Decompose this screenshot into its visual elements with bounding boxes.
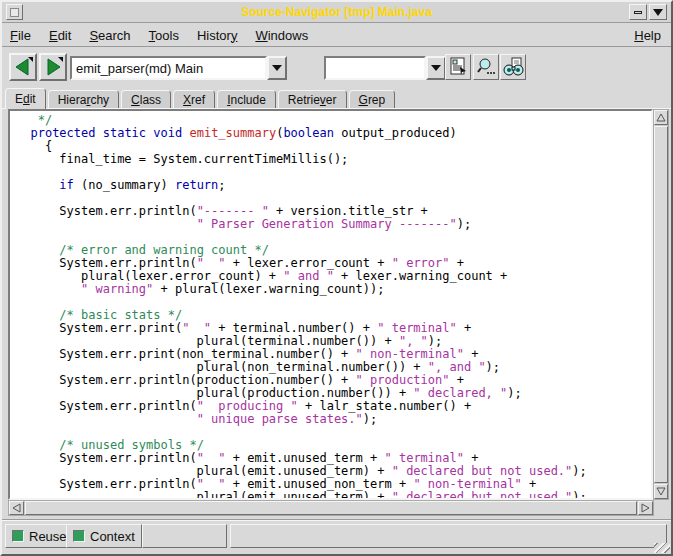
back-arrow-icon	[12, 56, 34, 78]
view-tabs: EditHierarchyClassXrefIncludeRetrieverGr…	[5, 88, 395, 109]
search-combobox-input[interactable]	[324, 56, 426, 80]
binoculars-document-icon	[503, 57, 524, 77]
editor-frame: */ protected static void emit_summary(bo…	[8, 109, 653, 500]
scroll-up-button[interactable]	[654, 110, 668, 125]
triangle-up-icon	[656, 113, 666, 122]
vertical-scrollbar-thumb[interactable]	[654, 126, 668, 483]
symbol-combobox-input[interactable]	[70, 56, 267, 80]
triangle-right-icon	[641, 503, 650, 513]
editor-text[interactable]: */ protected static void emit_summary(bo…	[10, 111, 651, 500]
forward-arrow-icon	[42, 56, 64, 78]
menu-item-file[interactable]: File	[10, 28, 31, 43]
tab-hierarchy[interactable]: Hierarchy	[48, 90, 119, 109]
status-panel-right	[230, 524, 667, 548]
reuse-indicator-icon	[12, 530, 24, 542]
menu-item-windows[interactable]: Windows	[255, 28, 308, 43]
reuse-toggle[interactable]: Reuse	[5, 524, 74, 548]
menu-item-edit[interactable]: Edit	[49, 28, 71, 43]
minimize-button[interactable]	[629, 4, 647, 20]
scroll-left-button[interactable]	[9, 501, 24, 515]
titlebar: Source-Navigator [tmp] Main.java	[2, 2, 671, 23]
horizontal-scrollbar[interactable]	[8, 500, 654, 516]
tab-class[interactable]: Class	[121, 90, 171, 109]
scroll-right-button[interactable]	[638, 501, 653, 515]
minimize-icon	[634, 11, 642, 14]
forward-button[interactable]	[39, 53, 67, 81]
symbol-combobox-arrow[interactable]	[267, 56, 287, 80]
search-combobox-arrow[interactable]	[426, 56, 446, 80]
search-button[interactable]	[473, 54, 499, 80]
chevron-down-icon	[431, 65, 441, 71]
status-panel-left	[142, 524, 227, 548]
tab-retriever[interactable]: Retriever	[278, 90, 347, 109]
tab-include[interactable]: Include	[217, 90, 276, 109]
resize-grip-icon[interactable]	[654, 543, 670, 553]
menubar: FileEditSearchToolsHistoryWindows Help	[2, 24, 671, 47]
menu-item-tools[interactable]: Tools	[149, 28, 179, 43]
triangle-down-icon	[656, 487, 666, 496]
horizontal-scrollbar-thumb[interactable]	[25, 501, 637, 515]
editor-browser-button[interactable]	[445, 54, 471, 80]
tab-grep[interactable]: Grep	[349, 90, 396, 109]
reuse-label: Reuse	[29, 529, 67, 544]
context-toggle[interactable]: Context	[66, 524, 142, 548]
triangle-down-icon	[653, 9, 663, 16]
tab-xref[interactable]: Xref	[173, 90, 215, 109]
statusbar: Reuse Context	[2, 523, 671, 550]
document-magnifier-icon	[448, 57, 468, 77]
retriever-button[interactable]	[500, 54, 526, 80]
window-icon	[10, 8, 19, 17]
magnifier-icon	[476, 57, 496, 77]
vertical-scrollbar[interactable]	[653, 109, 669, 500]
window-menu-button[interactable]	[6, 4, 23, 20]
tab-underline	[2, 108, 671, 109]
scroll-down-button[interactable]	[654, 484, 668, 499]
triangle-left-icon	[12, 503, 21, 513]
toolbar	[2, 48, 671, 88]
app-window: Source-Navigator [tmp] Main.java FileEdi…	[0, 0, 673, 556]
context-label: Context	[90, 529, 135, 544]
chevron-down-icon	[272, 65, 282, 71]
status-separator	[2, 519, 671, 521]
shade-button[interactable]	[649, 4, 667, 20]
menu-item-help[interactable]: Help	[634, 28, 661, 43]
search-combobox	[324, 56, 446, 80]
tab-edit[interactable]: Edit	[5, 88, 46, 109]
menu-item-search[interactable]: Search	[89, 28, 130, 43]
context-indicator-icon	[73, 530, 85, 542]
symbol-combobox	[70, 56, 287, 80]
menu-item-history[interactable]: History	[197, 28, 237, 43]
window-title: Source-Navigator [tmp] Main.java	[2, 5, 671, 19]
back-button[interactable]	[9, 53, 37, 81]
